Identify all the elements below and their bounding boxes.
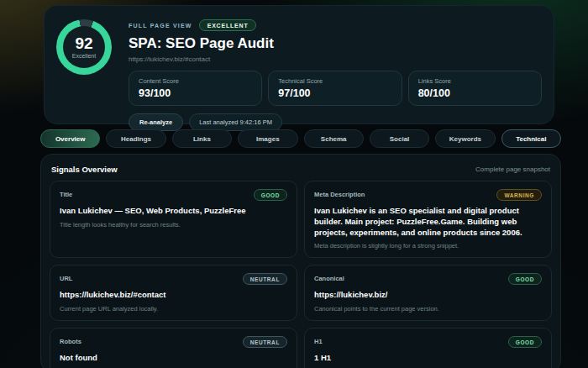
links-score-card: Links Score 80/100 bbox=[408, 71, 542, 106]
score-value: 92 bbox=[75, 35, 92, 51]
signal-note: Meta description is slightly long for a … bbox=[314, 242, 542, 250]
signal-value: 1 H1 bbox=[314, 353, 542, 364]
signal-value: Ivan Lukichev — SEO, Web Products, Puzzl… bbox=[60, 206, 287, 217]
tab-headings[interactable]: Headings bbox=[106, 129, 165, 148]
panel-title: Signals Overview bbox=[51, 165, 118, 174]
status-badge: GOOD bbox=[254, 189, 287, 201]
tab-keywords[interactable]: Keywords bbox=[435, 129, 495, 148]
signal-label: H1 bbox=[314, 336, 323, 345]
signal-card-meta-description: Meta Description WARNING Ivan Lukichev i… bbox=[304, 181, 552, 258]
signal-note: Title length looks healthy for search re… bbox=[60, 221, 287, 229]
tab-links[interactable]: Links bbox=[172, 129, 232, 148]
overall-status-badge: EXCELLENT bbox=[199, 19, 257, 31]
signal-label: Title bbox=[60, 189, 72, 198]
signal-card-title: Title GOOD Ivan Lukichev — SEO, Web Prod… bbox=[50, 181, 297, 258]
metric-label: Links Score bbox=[418, 77, 532, 85]
metric-label: Technical Score bbox=[278, 77, 391, 85]
status-badge: NEUTRAL bbox=[243, 273, 287, 285]
signal-card-robots: Robots NEUTRAL Not found No robots meta … bbox=[50, 328, 297, 368]
signal-value: https://lukichev.biz/#contact bbox=[60, 290, 287, 301]
signal-note: Canonical points to the current page ver… bbox=[314, 305, 542, 313]
panel-subtitle: Complete page snapshot bbox=[475, 166, 550, 173]
signal-value: Ivan Lukichev is an SEO specialist and d… bbox=[314, 206, 542, 238]
metric-label: Content Score bbox=[139, 77, 252, 85]
score-gauge: 92 Excellent bbox=[56, 19, 112, 75]
status-badge: GOOD bbox=[508, 273, 542, 285]
metric-value: 93/100 bbox=[139, 87, 252, 99]
signal-label: Meta Description bbox=[314, 189, 365, 198]
tab-social[interactable]: Social bbox=[370, 129, 429, 148]
tab-overview[interactable]: Overview bbox=[40, 129, 100, 148]
signals-overview-panel: Signals Overview Complete page snapshot … bbox=[40, 154, 561, 368]
signal-card-url: URL NEUTRAL https://lukichev.biz/#contac… bbox=[50, 265, 297, 321]
metric-value: 80/100 bbox=[418, 87, 532, 99]
signal-value: Not found bbox=[60, 353, 287, 364]
audit-header-card: 92 Excellent FULL PAGE VIEW EXCELLENT SP… bbox=[44, 5, 554, 124]
audit-tab-bar: Overview Headings Links Images Schema So… bbox=[40, 129, 561, 148]
signal-label: Canonical bbox=[314, 273, 344, 282]
last-analyzed-chip: Last analyzed 9:42:16 PM bbox=[189, 113, 282, 131]
signal-label: Robots bbox=[60, 336, 81, 345]
signal-value: https://lukichev.biz/ bbox=[314, 290, 542, 301]
reanalyze-button[interactable]: Re-analyze bbox=[129, 113, 183, 131]
page-title: SPA: SEO Page Audit bbox=[129, 35, 542, 52]
technical-score-card: Technical Score 97/100 bbox=[268, 71, 402, 106]
metric-value: 97/100 bbox=[278, 87, 391, 99]
signal-note: Current page URL analyzed locally. bbox=[60, 305, 287, 313]
content-score-card: Content Score 93/100 bbox=[129, 71, 262, 106]
signal-card-h1: H1 GOOD 1 H1 Exactly one H1 was found. bbox=[304, 328, 552, 368]
signal-cards-grid: Title GOOD Ivan Lukichev — SEO, Web Prod… bbox=[50, 181, 552, 368]
tab-schema[interactable]: Schema bbox=[304, 129, 364, 148]
signal-label: URL bbox=[60, 273, 72, 282]
status-badge: NEUTRAL bbox=[243, 336, 287, 348]
status-badge: WARNING bbox=[496, 189, 542, 201]
tab-technical[interactable]: Technical bbox=[501, 129, 561, 148]
score-gauge-center: 92 Excellent bbox=[63, 26, 105, 68]
signal-card-canonical: Canonical GOOD https://lukichev.biz/ Can… bbox=[304, 265, 552, 321]
status-badge: GOOD bbox=[508, 336, 542, 348]
full-page-view-label: FULL PAGE VIEW bbox=[129, 23, 192, 29]
tab-images[interactable]: Images bbox=[238, 129, 297, 148]
score-caption: Excellent bbox=[72, 53, 96, 59]
analyzed-url: https://lukichev.biz/#contact bbox=[129, 55, 542, 63]
